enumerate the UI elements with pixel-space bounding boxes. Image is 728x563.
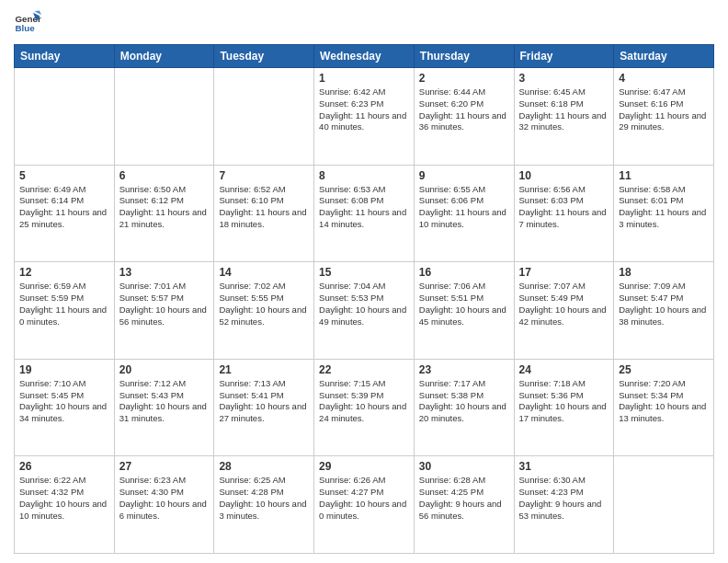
day-cell: 13Sunrise: 7:01 AM Sunset: 5:57 PM Dayli… (114, 262, 214, 360)
day-number: 11 (619, 169, 709, 182)
day-cell: 1Sunrise: 6:42 AM Sunset: 6:23 PM Daylig… (314, 68, 415, 166)
day-info: Sunrise: 6:26 AM Sunset: 4:27 PM Dayligh… (319, 475, 409, 522)
day-cell: 14Sunrise: 7:02 AM Sunset: 5:55 PM Dayli… (214, 262, 314, 360)
day-cell: 9Sunrise: 6:55 AM Sunset: 6:06 PM Daylig… (414, 165, 514, 262)
day-cell: 2Sunrise: 6:44 AM Sunset: 6:20 PM Daylig… (414, 68, 514, 166)
day-number: 3 (519, 72, 609, 85)
day-info: Sunrise: 7:04 AM Sunset: 5:53 PM Dayligh… (319, 281, 409, 327)
day-info: Sunrise: 6:58 AM Sunset: 6:01 PM Dayligh… (619, 184, 709, 231)
day-cell: 24Sunrise: 7:18 AM Sunset: 5:36 PM Dayli… (514, 359, 614, 456)
logo-icon: General Blue (14, 9, 41, 37)
day-info: Sunrise: 7:17 AM Sunset: 5:38 PM Dayligh… (419, 378, 509, 425)
day-number: 1 (319, 72, 409, 85)
day-cell: 27Sunrise: 6:23 AM Sunset: 4:30 PM Dayli… (114, 456, 214, 554)
day-info: Sunrise: 6:45 AM Sunset: 6:18 PM Dayligh… (519, 86, 609, 133)
day-info: Sunrise: 6:42 AM Sunset: 6:23 PM Dayligh… (319, 86, 409, 133)
day-cell: 4Sunrise: 6:47 AM Sunset: 6:16 PM Daylig… (614, 68, 714, 166)
day-info: Sunrise: 7:06 AM Sunset: 5:51 PM Dayligh… (419, 281, 509, 327)
day-number: 23 (419, 363, 509, 376)
week-row-2: 5Sunrise: 6:49 AM Sunset: 6:14 PM Daylig… (15, 165, 714, 262)
day-number: 19 (19, 363, 109, 376)
day-number: 14 (219, 266, 309, 279)
day-cell: 18Sunrise: 7:09 AM Sunset: 5:47 PM Dayli… (614, 262, 714, 360)
day-cell (114, 68, 214, 166)
day-number: 30 (419, 460, 509, 473)
day-cell: 16Sunrise: 7:06 AM Sunset: 5:51 PM Dayli… (414, 262, 514, 360)
day-info: Sunrise: 6:55 AM Sunset: 6:06 PM Dayligh… (419, 184, 509, 231)
logo: General Blue (14, 9, 45, 37)
day-cell: 31Sunrise: 6:30 AM Sunset: 4:23 PM Dayli… (514, 456, 614, 554)
day-info: Sunrise: 7:02 AM Sunset: 5:55 PM Dayligh… (219, 281, 309, 327)
day-number: 16 (419, 266, 509, 279)
day-info: Sunrise: 6:30 AM Sunset: 4:23 PM Dayligh… (519, 475, 609, 522)
page: General Blue Sunday Monday Tuesday Wedne… (0, 0, 728, 563)
day-cell: 17Sunrise: 7:07 AM Sunset: 5:49 PM Dayli… (514, 262, 614, 360)
week-row-4: 19Sunrise: 7:10 AM Sunset: 5:45 PM Dayli… (15, 359, 714, 456)
day-number: 15 (319, 266, 409, 279)
day-info: Sunrise: 7:09 AM Sunset: 5:47 PM Dayligh… (619, 281, 709, 327)
day-cell: 12Sunrise: 6:59 AM Sunset: 5:59 PM Dayli… (15, 262, 115, 360)
day-cell: 6Sunrise: 6:50 AM Sunset: 6:12 PM Daylig… (114, 165, 214, 262)
day-cell: 20Sunrise: 7:12 AM Sunset: 5:43 PM Dayli… (114, 359, 214, 456)
day-number: 29 (319, 460, 409, 473)
day-number: 20 (119, 363, 210, 376)
day-number: 17 (519, 266, 609, 279)
day-number: 4 (619, 72, 709, 85)
svg-text:Blue: Blue (16, 23, 36, 33)
week-row-3: 12Sunrise: 6:59 AM Sunset: 5:59 PM Dayli… (15, 262, 714, 360)
col-sunday: Sunday (15, 45, 115, 68)
day-number: 31 (519, 460, 609, 473)
day-cell: 30Sunrise: 6:28 AM Sunset: 4:25 PM Dayli… (414, 456, 514, 554)
day-number: 26 (19, 460, 109, 473)
day-info: Sunrise: 7:10 AM Sunset: 5:45 PM Dayligh… (19, 378, 109, 425)
day-cell: 22Sunrise: 7:15 AM Sunset: 5:39 PM Dayli… (314, 359, 415, 456)
day-info: Sunrise: 6:28 AM Sunset: 4:25 PM Dayligh… (419, 475, 509, 522)
day-number: 25 (619, 363, 709, 376)
col-thursday: Thursday (414, 45, 514, 68)
day-number: 10 (519, 169, 609, 182)
day-info: Sunrise: 7:01 AM Sunset: 5:57 PM Dayligh… (119, 281, 210, 327)
day-number: 9 (419, 169, 509, 182)
day-info: Sunrise: 6:53 AM Sunset: 6:08 PM Dayligh… (319, 184, 409, 231)
day-cell: 26Sunrise: 6:22 AM Sunset: 4:32 PM Dayli… (15, 456, 115, 554)
day-number: 8 (319, 169, 409, 182)
day-number: 28 (219, 460, 309, 473)
day-number: 7 (219, 169, 309, 182)
day-number: 13 (119, 266, 210, 279)
day-info: Sunrise: 7:12 AM Sunset: 5:43 PM Dayligh… (119, 378, 210, 425)
col-monday: Monday (114, 45, 214, 68)
header: General Blue (14, 9, 714, 37)
day-info: Sunrise: 7:20 AM Sunset: 5:34 PM Dayligh… (619, 378, 709, 425)
day-number: 22 (319, 363, 409, 376)
day-number: 21 (219, 363, 309, 376)
day-cell: 10Sunrise: 6:56 AM Sunset: 6:03 PM Dayli… (514, 165, 614, 262)
day-info: Sunrise: 7:18 AM Sunset: 5:36 PM Dayligh… (519, 378, 609, 425)
day-info: Sunrise: 6:25 AM Sunset: 4:28 PM Dayligh… (219, 475, 309, 522)
day-info: Sunrise: 7:07 AM Sunset: 5:49 PM Dayligh… (519, 281, 609, 327)
day-number: 2 (419, 72, 509, 85)
day-info: Sunrise: 7:13 AM Sunset: 5:41 PM Dayligh… (219, 378, 309, 425)
day-number: 18 (619, 266, 709, 279)
day-info: Sunrise: 6:44 AM Sunset: 6:20 PM Dayligh… (419, 86, 509, 133)
day-info: Sunrise: 6:52 AM Sunset: 6:10 PM Dayligh… (219, 184, 309, 231)
day-cell: 3Sunrise: 6:45 AM Sunset: 6:18 PM Daylig… (514, 68, 614, 166)
day-cell: 23Sunrise: 7:17 AM Sunset: 5:38 PM Dayli… (414, 359, 514, 456)
day-info: Sunrise: 7:15 AM Sunset: 5:39 PM Dayligh… (319, 378, 409, 425)
day-cell: 21Sunrise: 7:13 AM Sunset: 5:41 PM Dayli… (214, 359, 314, 456)
day-cell (614, 456, 714, 554)
day-cell: 28Sunrise: 6:25 AM Sunset: 4:28 PM Dayli… (214, 456, 314, 554)
day-info: Sunrise: 6:59 AM Sunset: 5:59 PM Dayligh… (19, 281, 109, 327)
col-saturday: Saturday (614, 45, 714, 68)
day-cell: 15Sunrise: 7:04 AM Sunset: 5:53 PM Dayli… (314, 262, 415, 360)
week-row-1: 1Sunrise: 6:42 AM Sunset: 6:23 PM Daylig… (15, 68, 714, 166)
day-info: Sunrise: 6:56 AM Sunset: 6:03 PM Dayligh… (519, 184, 609, 231)
day-cell: 7Sunrise: 6:52 AM Sunset: 6:10 PM Daylig… (214, 165, 314, 262)
day-cell: 29Sunrise: 6:26 AM Sunset: 4:27 PM Dayli… (314, 456, 415, 554)
week-row-5: 26Sunrise: 6:22 AM Sunset: 4:32 PM Dayli… (15, 456, 714, 554)
day-number: 5 (19, 169, 109, 182)
day-number: 12 (19, 266, 109, 279)
day-number: 27 (119, 460, 210, 473)
day-info: Sunrise: 6:23 AM Sunset: 4:30 PM Dayligh… (119, 475, 210, 522)
day-info: Sunrise: 6:47 AM Sunset: 6:16 PM Dayligh… (619, 86, 709, 133)
col-wednesday: Wednesday (314, 45, 415, 68)
